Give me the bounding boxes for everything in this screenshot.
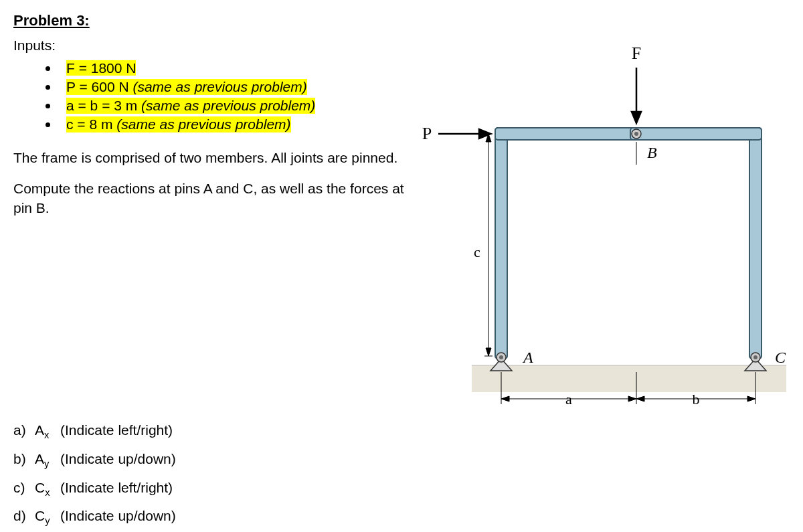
description-2: Compute the reactions at pins A and C, a… <box>13 179 415 217</box>
label-P: P <box>422 124 432 143</box>
question-a: a) Ax (Indicate left/right) <box>13 420 790 442</box>
q-var: Cx <box>35 478 60 500</box>
label-a-dim: a <box>565 391 572 408</box>
description-1: The frame is comprised of two members. A… <box>13 149 415 167</box>
question-d: d) Cy (Indicate up/down) <box>13 506 790 528</box>
input-text: F = 1800 N <box>66 60 136 76</box>
inputs-list: F = 1800 N P = 600 N (same as previous p… <box>13 60 415 132</box>
q-var: Ax <box>35 420 60 442</box>
svg-point-13 <box>753 355 757 359</box>
q-note: (Indicate up/down) <box>60 449 176 471</box>
diagram-column: F P c a <box>415 37 790 412</box>
inputs-label: Inputs: <box>13 37 415 54</box>
label-B: B <box>647 144 657 161</box>
svg-point-7 <box>634 132 638 136</box>
input-text: a = b = 3 m <box>66 98 137 113</box>
svg-point-10 <box>499 355 503 359</box>
q-label: c) <box>13 478 35 500</box>
label-c: c <box>474 244 480 260</box>
input-text: c = 8 m <box>66 116 112 132</box>
q-var: Cy <box>35 506 60 528</box>
q-note: (Indicate up/down) <box>60 506 176 528</box>
question-c: c) Cx (Indicate left/right) <box>13 478 790 500</box>
svg-rect-0 <box>472 365 786 392</box>
top-section: Inputs: F = 1800 N P = 600 N (same as pr… <box>13 37 790 412</box>
svg-rect-3 <box>495 128 642 140</box>
question-b: b) Ay (Indicate up/down) <box>13 449 790 471</box>
label-b-dim: b <box>693 391 700 408</box>
q-note: (Indicate left/right) <box>60 478 173 500</box>
input-suffix: (same as previous problem) <box>129 79 307 94</box>
frame-diagram: F P c a <box>415 37 790 412</box>
svg-marker-29 <box>636 396 644 402</box>
bullet-icon <box>46 104 50 108</box>
svg-rect-5 <box>630 128 762 140</box>
input-item: a = b = 3 m (same as previous problem) <box>46 98 415 114</box>
questions-list: a) Ax (Indicate left/right) b) Ay (Indic… <box>13 420 790 532</box>
svg-rect-2 <box>495 128 507 359</box>
q-label: d) <box>13 506 35 528</box>
svg-marker-15 <box>632 112 641 123</box>
q-note: (Indicate left/right) <box>60 420 173 442</box>
input-item: c = 8 m (same as previous problem) <box>46 116 415 132</box>
input-text: P = 600 N <box>66 79 129 94</box>
bullet-icon <box>46 122 50 127</box>
problem-title: Problem 3: <box>13 12 790 29</box>
bullet-icon <box>46 85 50 90</box>
q-label: b) <box>13 449 35 471</box>
q-label: a) <box>13 420 35 442</box>
bullet-icon <box>46 66 50 71</box>
input-item: F = 1800 N <box>46 60 415 76</box>
input-suffix: (same as previous problem) <box>112 116 290 132</box>
input-suffix: (same as previous problem) <box>137 98 315 113</box>
svg-marker-30 <box>747 396 755 402</box>
svg-rect-4 <box>749 128 762 359</box>
left-column: Inputs: F = 1800 N P = 600 N (same as pr… <box>13 37 415 230</box>
label-A: A <box>522 349 533 366</box>
svg-marker-20 <box>486 348 491 356</box>
svg-marker-24 <box>501 396 509 402</box>
q-var: Ay <box>35 449 60 471</box>
label-C: C <box>775 349 786 366</box>
label-F: F <box>632 43 641 63</box>
svg-marker-25 <box>628 396 636 402</box>
input-item: P = 600 N (same as previous problem) <box>46 79 415 95</box>
